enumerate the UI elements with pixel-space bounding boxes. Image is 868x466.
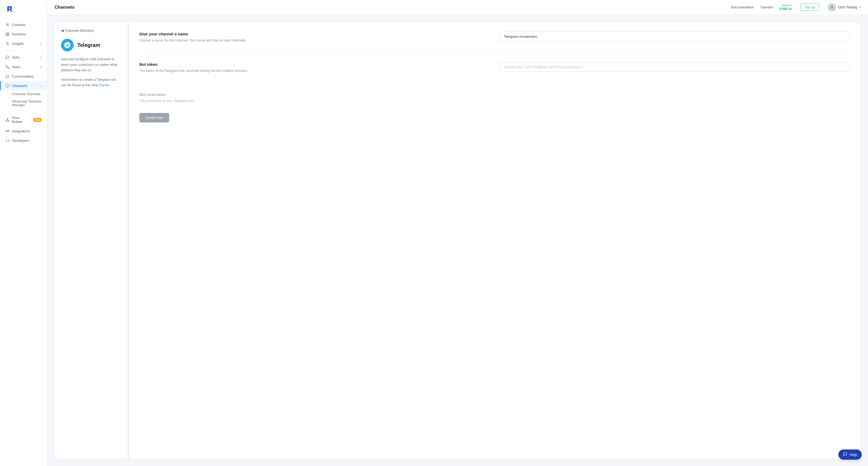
sidebar-item-label: Integrations xyxy=(12,129,30,133)
user-menu[interactable]: OSS Testing ▾ xyxy=(828,3,861,11)
channel-header: Telegram xyxy=(61,39,121,51)
install-now-button[interactable]: Install now xyxy=(140,113,169,122)
sidebar-item-label: Insights xyxy=(12,42,24,46)
sidebar-item-label: Channels xyxy=(12,84,28,88)
svg-line-12 xyxy=(6,120,7,121)
bot-username-field-label: Bot username xyxy=(140,92,490,97)
logo-area xyxy=(0,0,47,18)
sidebar-item-channels[interactable]: Channels ▴ xyxy=(0,81,47,90)
sidebar-item-label: Numbers xyxy=(12,32,26,36)
sidebar-item-insights[interactable]: Insights ▾ xyxy=(0,39,47,48)
balance-label: Balance xyxy=(782,4,792,7)
sidebar-item-whatsapp-template[interactable]: WhatsApp Template Manager xyxy=(12,98,47,109)
header-links: Documentation Tutorials Balance €396.16 … xyxy=(731,3,861,11)
svg-rect-2 xyxy=(8,32,9,33)
channels-icon xyxy=(5,84,9,88)
nav-menu: Contacts Numbers Insights ▾ SMS ▾ xyxy=(0,18,47,466)
page-title: Channels xyxy=(55,5,726,10)
flow-icon xyxy=(5,118,9,122)
back-chevron-icon: ◀ xyxy=(61,29,64,32)
balance-section: Balance €396.16 xyxy=(779,4,792,11)
sidebar-item-label: SMS xyxy=(12,56,20,59)
page-header: Channels Documentation Tutorials Balance… xyxy=(47,0,868,15)
help-button[interactable]: Help xyxy=(838,449,862,460)
svg-point-0 xyxy=(7,23,8,25)
svg-point-8 xyxy=(7,118,8,119)
sidebar-item-label: Conversations xyxy=(12,75,34,78)
sidebar-item-integrations[interactable]: Integrations xyxy=(0,126,47,136)
help-chat-icon xyxy=(843,452,847,457)
bot-token-row: Bot token The token of the Telegram bot,… xyxy=(140,62,850,74)
nav-divider xyxy=(5,50,42,51)
channel-name: Telegram xyxy=(77,42,100,48)
channel-name-label-section: Give your channel a name Choose a name f… xyxy=(140,32,490,43)
app-logo xyxy=(5,5,13,13)
form-divider-1 xyxy=(140,52,850,53)
channel-name-input[interactable] xyxy=(500,32,850,41)
help-center-link[interactable]: Help Center xyxy=(91,83,109,87)
sms-icon xyxy=(5,55,9,59)
chevron-icon: ▾ xyxy=(40,65,42,68)
sidebar-item-channels-overview[interactable]: Channels Overview xyxy=(12,90,47,98)
channel-help-text: Instructions to create a Telegram bot ca… xyxy=(61,77,121,88)
person-icon xyxy=(5,23,9,27)
sidebar-item-label: Flow Builder xyxy=(12,116,30,124)
back-link-label: Channels Directory xyxy=(65,29,94,32)
user-name: OSS Testing xyxy=(838,5,857,9)
sidebar-item-flow-builder[interactable]: Flow Builder New xyxy=(0,113,47,126)
bot-token-field-sublabel: The token of the Telegram bot, received … xyxy=(140,68,490,74)
developers-icon xyxy=(5,138,9,143)
svg-rect-3 xyxy=(6,34,7,35)
new-badge: New xyxy=(33,118,42,122)
chevron-icon: ▾ xyxy=(40,42,42,45)
chevron-icon: ▾ xyxy=(40,56,42,59)
sidebar-item-voice[interactable]: Voice ▾ xyxy=(0,62,47,71)
telegram-logo xyxy=(61,39,73,51)
main-content: Channels Documentation Tutorials Balance… xyxy=(47,0,868,466)
sidebar-item-numbers[interactable]: Numbers xyxy=(0,29,47,39)
voice-icon xyxy=(5,65,9,69)
help-button-label: Help xyxy=(849,453,857,457)
documentation-link[interactable]: Documentation xyxy=(731,5,754,9)
conversations-icon xyxy=(5,74,9,78)
user-avatar xyxy=(828,3,836,11)
integrations-icon xyxy=(5,129,9,133)
topup-button[interactable]: Top up xyxy=(800,4,819,11)
sidebar-item-contacts[interactable]: Contacts xyxy=(0,20,47,29)
channel-name-field-label: Give your channel a name xyxy=(140,32,490,36)
sidebar: Contacts Numbers Insights ▾ SMS ▾ xyxy=(0,0,47,466)
tutorials-link[interactable]: Tutorials xyxy=(761,5,773,9)
channel-description: Add and configure chat channels to reach… xyxy=(61,57,121,73)
svg-rect-15 xyxy=(8,130,9,131)
channel-info-panel: ◀ Channels Directory Telegram Add and co… xyxy=(55,22,128,459)
bot-username-label-section: Bot username The username of your Telegr… xyxy=(140,92,490,104)
svg-line-13 xyxy=(7,120,8,121)
channel-name-input-section xyxy=(500,32,850,41)
bot-token-label-section: Bot token The token of the Telegram bot,… xyxy=(140,62,490,74)
sidebar-item-label: Developers xyxy=(12,139,29,143)
svg-rect-14 xyxy=(6,130,7,131)
bot-token-field-label: Bot token xyxy=(140,62,490,66)
page-body: ◀ Channels Directory Telegram Add and co… xyxy=(47,15,868,466)
bot-token-input[interactable] xyxy=(500,62,850,72)
svg-point-10 xyxy=(8,121,9,122)
channels-subitems: Channels Overview WhatsApp Template Mana… xyxy=(0,90,47,109)
sidebar-item-label: Contacts xyxy=(12,23,25,27)
chart-icon xyxy=(5,41,9,46)
bot-username-row: Bot username The username of your Telegr… xyxy=(140,92,850,104)
bot-username-field-sublabel: The username of your Telegram bot. xyxy=(140,98,490,104)
svg-point-17 xyxy=(831,6,833,7)
bot-token-input-section xyxy=(500,62,850,72)
subitem-label: Channels Overview xyxy=(12,92,40,96)
back-to-directory[interactable]: ◀ Channels Directory xyxy=(61,29,121,32)
channel-name-row: Give your channel a name Choose a name f… xyxy=(140,32,850,43)
sidebar-item-sms[interactable]: SMS ▾ xyxy=(0,53,47,62)
user-chevron-icon: ▾ xyxy=(859,5,861,9)
sidebar-item-conversations[interactable]: Conversations xyxy=(0,71,47,81)
channel-config-panel: Give your channel a name Choose a name f… xyxy=(129,22,861,459)
form-divider-2 xyxy=(140,83,850,83)
svg-point-9 xyxy=(6,121,7,122)
sidebar-item-developers[interactable]: Developers xyxy=(0,136,47,145)
svg-rect-1 xyxy=(6,32,7,33)
subitem-label: WhatsApp Template Manager xyxy=(12,99,41,107)
